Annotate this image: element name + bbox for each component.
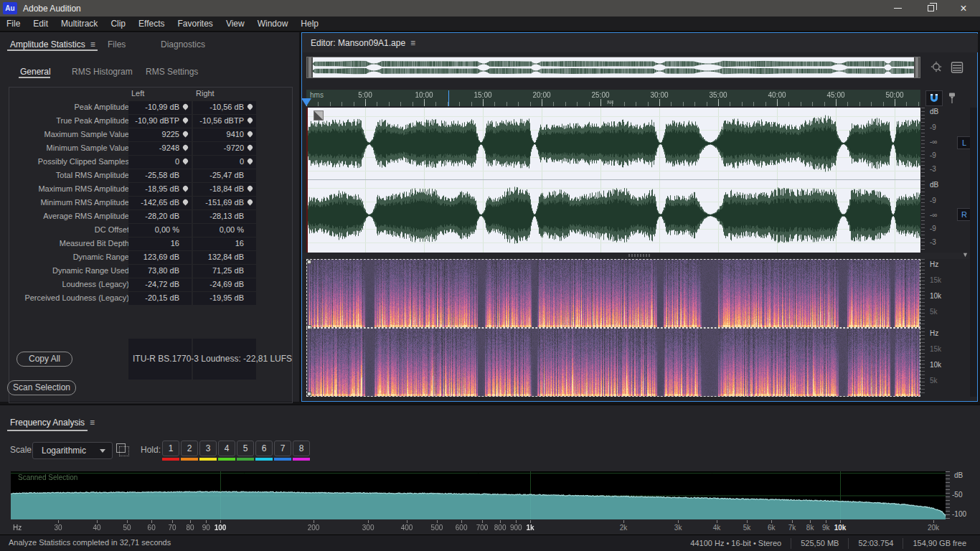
copy-graph-icon[interactable]	[116, 443, 126, 453]
stat-value-text: 9410	[227, 130, 244, 138]
navigator-right-handle[interactable]	[914, 57, 920, 77]
ruler-tick-label: 50:00	[885, 91, 903, 99]
zoom-navigate-icon[interactable]	[930, 60, 944, 75]
stat-value-left: 0,00 %	[128, 224, 192, 237]
hold-button-3[interactable]: 3	[199, 441, 217, 456]
editor-right-scrollbar[interactable]	[970, 108, 977, 397]
menu-help[interactable]: Help	[294, 17, 325, 32]
view-splitter[interactable]: ▼	[302, 253, 977, 259]
stat-label: Average RMS Amplitude:	[43, 212, 131, 220]
stat-value-left: -28,20 dB	[128, 210, 192, 223]
menu-effects[interactable]: Effects	[132, 17, 171, 32]
location-pin-icon[interactable]	[247, 131, 254, 138]
location-pin-icon[interactable]	[182, 131, 189, 138]
hold-button-2[interactable]: 2	[181, 441, 198, 456]
stat-value-left: -10,90 dBTP	[128, 115, 192, 128]
spectrogram-left-channel[interactable]	[306, 259, 920, 328]
channel-badge-right[interactable]: R	[957, 208, 971, 221]
table-row: Maximum Sample Value:92259410	[11, 128, 292, 141]
scale-label: 15k	[930, 345, 941, 353]
stat-value-left: -24,72 dB	[128, 278, 192, 291]
snap-toggle-button[interactable]	[925, 90, 943, 106]
scale-select[interactable]: Logarithmic	[32, 442, 113, 459]
location-pin-icon[interactable]	[182, 158, 189, 165]
table-row: Possibly Clipped Samples:00	[11, 156, 292, 169]
stat-value-left: 9225	[128, 128, 192, 141]
stat-value-right: -10,56 dBTP	[193, 115, 256, 128]
panel-menu-icon[interactable]: ≡	[90, 418, 95, 428]
freq-xtick-mark	[206, 520, 207, 523]
location-pin-icon[interactable]	[182, 117, 189, 124]
menu-file[interactable]: File	[0, 17, 27, 32]
display-settings-icon[interactable]	[951, 61, 963, 74]
scale-label: 10k	[930, 361, 941, 369]
table-row: Dynamic Range Used:73,80 dB71,25 dB	[11, 265, 292, 278]
location-pin-icon[interactable]	[247, 185, 254, 192]
location-pin-icon[interactable]	[247, 103, 254, 110]
tab-amplitude-statistics[interactable]: Amplitude Statistics ≡	[10, 39, 95, 50]
scale-label: Hz	[930, 260, 938, 268]
tab-label: Frequency Analysis	[10, 418, 85, 428]
menu-favorites[interactable]: Favorites	[171, 17, 220, 32]
restore-button[interactable]	[914, 0, 947, 17]
selection-handle[interactable]	[307, 392, 311, 396]
hold-button-8[interactable]: 8	[293, 441, 310, 456]
hold-button-6[interactable]: 6	[255, 441, 273, 456]
waveform-display[interactable]	[306, 108, 920, 253]
location-pin-icon[interactable]	[247, 144, 254, 151]
scale-select-value: Logarithmic	[42, 446, 86, 456]
playhead-handle[interactable]	[301, 98, 311, 106]
marker-pin-icon[interactable]	[947, 92, 957, 105]
location-pin-icon[interactable]	[182, 199, 189, 206]
editor-panel-menu-icon[interactable]: ≡	[410, 38, 415, 48]
scan-selection-button[interactable]: Scan Selection	[7, 380, 76, 395]
panel-menu-icon[interactable]: ≡	[90, 39, 95, 50]
menu-clip[interactable]: Clip	[104, 17, 132, 32]
hold-button-4[interactable]: 4	[218, 441, 235, 456]
selection-handle[interactable]	[307, 260, 311, 264]
location-pin-icon[interactable]	[247, 158, 254, 165]
freq-xtick-label: 30	[55, 524, 62, 532]
tab-frequency-analysis[interactable]: Frequency Analysis ≡	[10, 418, 95, 428]
frequency-plot[interactable]: Scanned Selection	[11, 471, 946, 519]
location-pin-icon[interactable]	[247, 117, 254, 124]
freq-xtick-mark	[747, 520, 748, 523]
editor-tab[interactable]: Editor: Manson09A1.ape ≡	[311, 38, 415, 48]
freq-xtick-mark	[933, 520, 934, 523]
copy-all-button[interactable]: Copy All	[17, 352, 72, 367]
overview-navigator[interactable]	[306, 57, 920, 78]
stat-value-right: -10,56 dB	[193, 101, 256, 114]
collapse-arrow-icon[interactable]: ▼	[962, 251, 969, 258]
location-pin-icon[interactable]	[247, 199, 254, 206]
navigator-left-handle[interactable]	[307, 57, 313, 77]
hold-button-7[interactable]: 7	[274, 441, 291, 456]
location-pin-icon[interactable]	[182, 144, 189, 151]
selection-handle[interactable]	[307, 325, 311, 329]
editor-header: Editor: Manson09A1.ape ≡	[303, 34, 978, 52]
location-pin-icon[interactable]	[182, 103, 189, 110]
tab-files[interactable]: Files	[108, 39, 126, 50]
menu-edit[interactable]: Edit	[27, 17, 55, 32]
timeline-ruler[interactable]: hms 5:0010:0015:0020:0025:0030:0035:0040…	[306, 90, 920, 106]
selection-corner-icon[interactable]	[314, 110, 324, 121]
subtab-rms-settings[interactable]: RMS Settings	[146, 67, 198, 77]
menu-view[interactable]: View	[220, 17, 251, 32]
hold-button-5[interactable]: 5	[237, 441, 254, 456]
channel-badge-left[interactable]: L	[957, 136, 971, 149]
timeline-marker-line[interactable]	[448, 90, 449, 106]
stat-value-text: -25,47 dB	[209, 171, 244, 179]
minimize-button[interactable]	[881, 0, 914, 17]
close-button[interactable]: ×	[947, 0, 980, 17]
subtab-general[interactable]: General	[20, 67, 51, 77]
tab-diagnostics[interactable]: Diagnostics	[161, 39, 205, 50]
spectrogram-right-channel[interactable]	[306, 328, 920, 397]
menu-multitrack[interactable]: Multitrack	[55, 17, 104, 32]
menu-window[interactable]: Window	[251, 17, 295, 32]
stat-value-right: 0	[193, 156, 256, 169]
subtab-rms-histogram[interactable]: RMS Histogram	[72, 67, 133, 77]
app-logo-icon: Au	[3, 2, 17, 14]
location-pin-icon[interactable]	[182, 185, 189, 192]
timeline-marker-icon[interactable]: ΙΨΙ	[607, 99, 613, 105]
hold-button-1[interactable]: 1	[162, 441, 179, 456]
freq-xtick-mark	[151, 520, 152, 523]
